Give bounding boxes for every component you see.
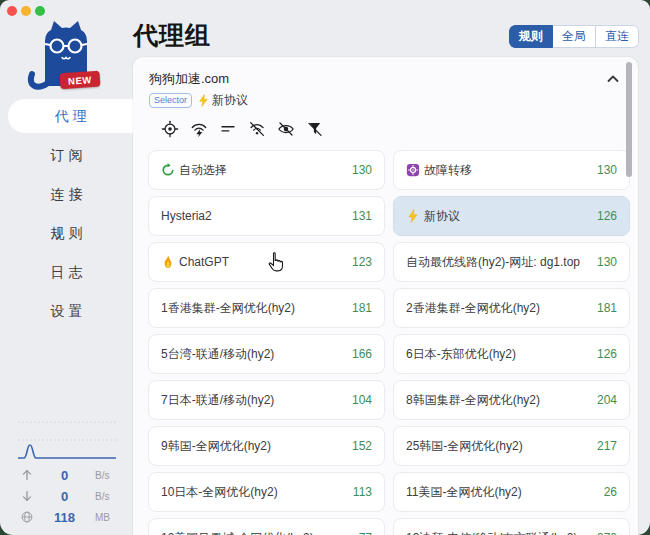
proxy-latency: 77 bbox=[351, 531, 372, 535]
proxy-card[interactable]: 1香港集群-全网优化(hy2)181 bbox=[148, 288, 385, 328]
proxy-card[interactable]: 6日本-东部优化(hy2)126 bbox=[393, 334, 630, 374]
selector-type-badge: Selector bbox=[149, 93, 192, 108]
proxy-card[interactable]: 11美国-全网优化(hy2)26 bbox=[393, 472, 630, 512]
group-header: 狗狗加速.com Selector 新协议 bbox=[133, 57, 638, 109]
proxy-latency: 181 bbox=[344, 301, 372, 315]
proxy-name: ChatGPT bbox=[179, 255, 229, 269]
stat-rows: 0B/s0B/s118MB bbox=[0, 465, 133, 527]
proxy-name: 5台湾-联通/移动(hy2) bbox=[161, 346, 274, 363]
proxy-name: 故障转移 bbox=[424, 162, 472, 179]
new-badge: NEW bbox=[59, 71, 100, 90]
proxy-name: 13迪拜-电信/移动/南方联通(hy2) bbox=[406, 530, 577, 535]
proxy-latency: 370 bbox=[589, 531, 617, 535]
group-toolbar bbox=[133, 109, 638, 138]
proxy-name: 8韩国集群-全网优化(hy2) bbox=[406, 392, 540, 409]
proxy-latency: 181 bbox=[589, 301, 617, 315]
proxy-latency: 130 bbox=[589, 255, 617, 269]
proxy-card[interactable]: 7日本-联通/移动(hy2)104 bbox=[148, 380, 385, 420]
eye-off-icon[interactable] bbox=[277, 120, 295, 138]
proxy-name: 9韩国-全网优化(hy2) bbox=[161, 438, 271, 455]
stat-row-upload: 0B/s bbox=[0, 465, 133, 485]
stat-unit: B/s bbox=[95, 470, 121, 481]
mode-button-rule[interactable]: 规则 bbox=[509, 25, 553, 48]
proxy-name: 7日本-联通/移动(hy2) bbox=[161, 392, 274, 409]
collapse-group-button[interactable] bbox=[605, 71, 621, 87]
proxy-card[interactable]: 自动选择130 bbox=[148, 150, 385, 190]
proxy-latency: 217 bbox=[589, 439, 617, 453]
fire-icon bbox=[161, 255, 175, 269]
sort-icon[interactable] bbox=[219, 120, 237, 138]
proxy-card[interactable]: 5台湾-联通/移动(hy2)166 bbox=[148, 334, 385, 374]
bolt-icon bbox=[197, 94, 210, 107]
stat-value: 118 bbox=[34, 510, 95, 525]
proxy-latency: 166 bbox=[344, 347, 372, 361]
sidebar-nav: 代 理订 阅连 接规 则日 志设 置 bbox=[0, 99, 133, 333]
proxy-latency: 104 bbox=[344, 393, 372, 407]
selected-proxy-label: 新协议 bbox=[197, 92, 248, 109]
wifi-off-icon[interactable] bbox=[248, 120, 266, 138]
stat-row-traffic: 118MB bbox=[0, 507, 133, 527]
proxy-group-panel: 狗狗加速.com Selector 新协议 自动选择130故障转移130Hyst… bbox=[133, 57, 638, 535]
proxy-name: 自动选择 bbox=[179, 162, 227, 179]
proxy-card[interactable]: 故障转移130 bbox=[393, 150, 630, 190]
stat-value: 0 bbox=[34, 489, 95, 504]
proxy-latency: 123 bbox=[344, 255, 372, 269]
failover-icon bbox=[406, 163, 420, 177]
proxy-latency: 113 bbox=[345, 485, 372, 499]
proxy-card[interactable]: Hysteria2131 bbox=[148, 196, 385, 236]
proxy-latency: 131 bbox=[344, 209, 372, 223]
proxy-latency: 130 bbox=[344, 163, 372, 177]
proxy-card[interactable]: 25韩国-全网优化(hy2)217 bbox=[393, 426, 630, 466]
sidebar-item-proxy[interactable]: 代 理 bbox=[8, 99, 133, 133]
proxy-name: 11美国-全网优化(hy2) bbox=[406, 484, 522, 501]
proxy-card[interactable]: 新协议126 bbox=[393, 196, 630, 236]
proxy-latency: 130 bbox=[589, 163, 617, 177]
stat-row-download: 0B/s bbox=[0, 486, 133, 506]
traffic-stats: 0B/s0B/s118MB bbox=[0, 414, 133, 527]
proxy-latency: 126 bbox=[589, 347, 617, 361]
group-name: 狗狗加速.com bbox=[149, 70, 622, 88]
sidebar-item-settings[interactable]: 设 置 bbox=[0, 294, 133, 328]
sidebar-item-logs[interactable]: 日 志 bbox=[0, 255, 133, 289]
scrollbar-thumb[interactable] bbox=[626, 62, 632, 177]
sidebar: NEW 代 理订 阅连 接规 则日 志设 置 0B/s0B/s118MB bbox=[0, 0, 133, 535]
proxy-name: Hysteria2 bbox=[161, 209, 212, 223]
proxy-latency: 152 bbox=[344, 439, 372, 453]
arrow-down-icon bbox=[20, 489, 34, 503]
app-logo: NEW bbox=[18, 18, 98, 90]
sidebar-item-connections[interactable]: 连 接 bbox=[0, 177, 133, 211]
stat-unit: MB bbox=[95, 512, 121, 523]
proxy-name: 新协议 bbox=[424, 208, 460, 225]
proxy-card[interactable]: 2香港集群-全网优化(hy2)181 bbox=[393, 288, 630, 328]
sidebar-item-subscription[interactable]: 订 阅 bbox=[0, 138, 133, 172]
page-title: 代理组 bbox=[133, 19, 211, 52]
proxy-name: 6日本-东部优化(hy2) bbox=[406, 346, 516, 363]
proxy-card[interactable]: 9韩国-全网优化(hy2)152 bbox=[148, 426, 385, 466]
mode-button-direct[interactable]: 直连 bbox=[596, 25, 639, 48]
proxy-name: 12美国凤凰城-全网优化(hy2) bbox=[161, 530, 314, 535]
proxy-latency: 204 bbox=[589, 393, 617, 407]
app-window: NEW 代 理订 阅连 接规 则日 志设 置 0B/s0B/s118MB 代理组… bbox=[0, 0, 650, 535]
globe-icon bbox=[20, 510, 34, 524]
proxy-card[interactable]: ChatGPT123 bbox=[148, 242, 385, 282]
recycle-icon bbox=[161, 163, 175, 177]
proxy-name: 2香港集群-全网优化(hy2) bbox=[406, 300, 540, 317]
proxy-grid: 自动选择130故障转移130Hysteria2131新协议126ChatGPT1… bbox=[133, 138, 638, 535]
proxy-name: 25韩国-全网优化(hy2) bbox=[406, 438, 523, 455]
proxy-card[interactable]: 12美国凤凰城-全网优化(hy2)77 bbox=[148, 518, 385, 535]
arrow-up-icon bbox=[20, 468, 34, 482]
mode-switch: 规则全局直连 bbox=[509, 25, 639, 48]
filter-off-icon[interactable] bbox=[306, 120, 324, 138]
sidebar-item-rules[interactable]: 规 则 bbox=[0, 216, 133, 250]
locate-icon[interactable] bbox=[161, 120, 179, 138]
stat-unit: B/s bbox=[95, 491, 121, 502]
proxy-card[interactable]: 8韩国集群-全网优化(hy2)204 bbox=[393, 380, 630, 420]
proxy-name: 1香港集群-全网优化(hy2) bbox=[161, 300, 295, 317]
proxy-card[interactable]: 10日本-全网优化(hy2)113 bbox=[148, 472, 385, 512]
stat-value: 0 bbox=[34, 468, 95, 483]
proxy-name: 自动最优线路(hy2)-网址: dg1.top bbox=[406, 254, 580, 271]
mode-button-global[interactable]: 全局 bbox=[553, 25, 596, 48]
proxy-card[interactable]: 13迪拜-电信/移动/南方联通(hy2)370 bbox=[393, 518, 630, 535]
speed-test-icon[interactable] bbox=[190, 120, 208, 138]
proxy-card[interactable]: 自动最优线路(hy2)-网址: dg1.top130 bbox=[393, 242, 630, 282]
